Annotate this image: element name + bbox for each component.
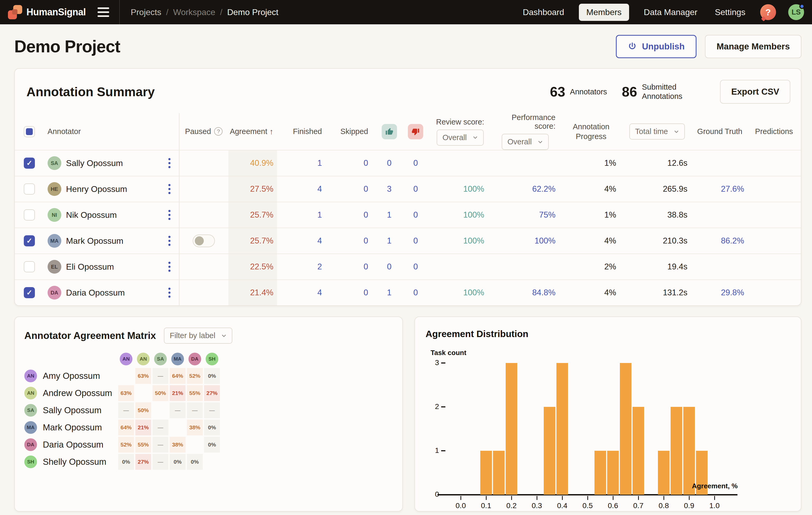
- annotator-avatar: SA: [24, 404, 37, 417]
- x-tick-mark: [638, 496, 639, 500]
- row-checkbox[interactable]: [24, 261, 35, 272]
- x-tick-mark: [663, 496, 664, 500]
- breadcrumb-workspace[interactable]: Workspace: [173, 7, 215, 17]
- performance-score-value: 100%: [534, 236, 555, 245]
- row-checkbox[interactable]: [24, 209, 35, 221]
- row-menu-button[interactable]: [166, 208, 173, 222]
- header-review-score: Review score: Overall: [429, 118, 495, 146]
- thumbs-down-count: 0: [402, 184, 429, 194]
- chart-bar: [671, 407, 682, 495]
- user-avatar-initials: LS: [792, 8, 801, 17]
- matrix-cell: 38%: [187, 420, 203, 435]
- row-menu-button[interactable]: [166, 260, 173, 274]
- skipped-value: 0: [364, 210, 368, 220]
- row-menu-button[interactable]: [166, 156, 173, 170]
- row-menu-button[interactable]: [166, 286, 173, 300]
- thumbs-down-count: 0: [402, 236, 429, 246]
- brand[interactable]: HumanSignal: [8, 5, 86, 19]
- hamburger-menu-icon[interactable]: [97, 7, 109, 17]
- nav-members[interactable]: Members: [579, 4, 629, 21]
- breadcrumb-projects[interactable]: Projects: [131, 7, 162, 17]
- row-checkbox[interactable]: ✓: [24, 235, 35, 247]
- row-checkbox[interactable]: ✓: [24, 158, 35, 169]
- y-tick-label: 1: [426, 446, 439, 455]
- y-tick-mark: [441, 494, 445, 495]
- matrix-column-avatar: MA: [170, 353, 185, 365]
- page-actions: Unpublish Manage Members: [616, 35, 802, 58]
- matrix-column-avatar: SA: [152, 353, 168, 365]
- y-tick-label: 0: [426, 490, 439, 498]
- export-csv-button[interactable]: Export CSV: [720, 80, 790, 104]
- chart-bar: [544, 407, 555, 495]
- header-agreement[interactable]: Agreement ↑: [228, 113, 277, 150]
- performance-score-value: 84.8%: [532, 288, 556, 297]
- performance-score-dropdown[interactable]: Overall: [502, 134, 549, 150]
- matrix-column-avatar: AN: [135, 353, 151, 365]
- performance-score-value: 62.2%: [532, 184, 556, 194]
- matrix-cell: 0%: [187, 454, 203, 470]
- matrix-row-label: ANAndrew Opossum: [24, 387, 118, 399]
- annotator-avatar: AN: [24, 387, 37, 399]
- annotation-progress-value: 1%: [604, 210, 616, 220]
- agreement-header-label: Agreement: [230, 127, 267, 136]
- annotator-name: Sally Opossum: [66, 159, 123, 168]
- select-all-checkbox[interactable]: [24, 126, 35, 137]
- x-tick-mark: [587, 496, 588, 500]
- x-tick-label: 0.5: [576, 502, 600, 510]
- annotation-progress-value: 4%: [604, 184, 616, 194]
- annotators-stat: 63 Annotators: [550, 84, 607, 100]
- row-menu-button[interactable]: [166, 234, 173, 248]
- chart-bar: [506, 363, 517, 495]
- annotation-progress: 1%: [566, 210, 627, 220]
- paused-header-label: Paused: [185, 127, 211, 136]
- matrix-spacer: [24, 353, 118, 365]
- matrix-cell: —: [152, 368, 168, 384]
- skipped: 0: [330, 184, 376, 194]
- unpublish-button[interactable]: Unpublish: [616, 35, 696, 58]
- help-icon[interactable]: ?: [760, 4, 776, 20]
- total-time: 12.6s: [627, 159, 695, 168]
- annotator-name: Nik Opossum: [66, 210, 117, 220]
- paused-toggle[interactable]: [193, 234, 215, 247]
- thumbs-up-count-value: 1: [387, 236, 392, 245]
- thumbs-down-count: 0: [402, 288, 429, 297]
- y-tick-label: 3: [426, 359, 439, 367]
- review-score-dropdown[interactable]: Overall: [437, 130, 484, 146]
- matrix-cell: 64%: [118, 420, 134, 435]
- row-checkbox[interactable]: ✓: [24, 287, 35, 298]
- annotator-cell: ELEli Opossum: [48, 254, 179, 280]
- matrix-cell: 27%: [204, 385, 220, 401]
- review-score-value: 100%: [463, 288, 484, 297]
- agreement-cell: 27.5%: [228, 176, 277, 202]
- top-navigation: Dashboard Members Data Manager Settings …: [520, 4, 804, 21]
- skipped-value: 0: [364, 288, 368, 297]
- annotator-avatar: DA: [48, 286, 61, 299]
- annotator-avatar: NI: [48, 208, 61, 222]
- nav-settings[interactable]: Settings: [712, 4, 748, 21]
- annotation-progress-value: 2%: [604, 262, 616, 271]
- table-header: Annotator Paused ? Agreement ↑ Finished …: [15, 113, 801, 150]
- manage-members-button[interactable]: Manage Members: [705, 35, 802, 58]
- chart-title: Agreement Distribution: [426, 328, 790, 339]
- row-checkbox[interactable]: [24, 183, 35, 195]
- matrix-cell: 38%: [170, 437, 185, 453]
- row-menu-button[interactable]: [166, 182, 173, 196]
- filter-by-label-dropdown[interactable]: Filter by label: [164, 327, 232, 344]
- annotator-cell: NINik Opossum: [48, 202, 179, 228]
- annotator-cell: MAMark Opossum: [48, 228, 179, 254]
- humansignal-logo-icon: [8, 5, 22, 19]
- breadcrumb: Projects / Workspace / Demo Project: [131, 7, 279, 17]
- annotator-name: Shelly Opossum: [43, 457, 106, 467]
- paused-help-icon[interactable]: ?: [214, 127, 223, 136]
- annotation-progress: 4%: [566, 184, 627, 194]
- agreement-matrix-card: Annotator Agreement Matrix Filter by lab…: [14, 316, 403, 512]
- chart-bar: [480, 451, 492, 495]
- total-time-dropdown[interactable]: Total time: [629, 123, 685, 140]
- annotator-avatar: DA: [188, 353, 201, 365]
- nav-data-manager[interactable]: Data Manager: [641, 4, 700, 21]
- matrix-cell: 52%: [187, 368, 203, 384]
- user-avatar[interactable]: LS: [788, 4, 804, 20]
- annotation-progress: 2%: [566, 262, 627, 271]
- nav-dashboard[interactable]: Dashboard: [520, 4, 567, 21]
- matrix-cell: 64%: [170, 368, 185, 384]
